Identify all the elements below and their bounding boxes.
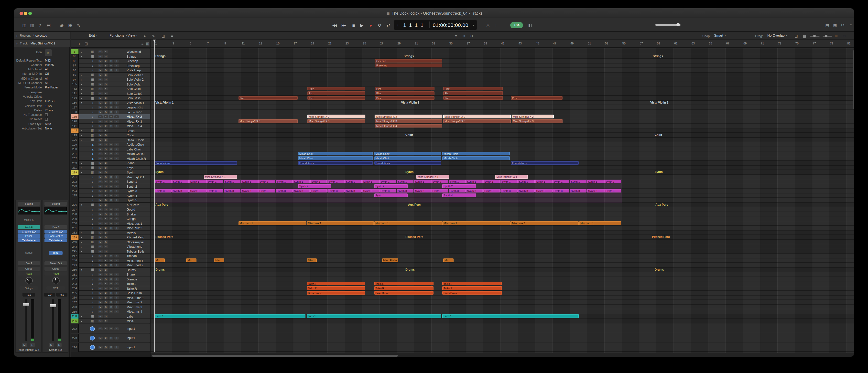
inspector-param-row[interactable]: Freeze Mode:Pre Fader [14, 86, 70, 90]
region[interactable]: Misc Strings/FX 3 [375, 120, 442, 123]
track-row[interactable]: 256♪MSRIMisc...ums 1 [71, 295, 150, 300]
window-layout-icon[interactable]: ▦ [832, 22, 838, 28]
region[interactable]: Misc Strings/FX 3 [512, 120, 562, 123]
lcd-ticks[interactable]: 1 [421, 22, 424, 28]
track-solo-button[interactable]: S [103, 278, 108, 281]
track-solo-button[interactable]: S [103, 55, 108, 58]
track-solo-button[interactable]: S [103, 245, 108, 248]
track-lane[interactable]: Taiko.RTaiko.RTaiko.R [151, 286, 854, 291]
track-solo-button[interactable]: S [103, 336, 108, 340]
pencil-tool-icon[interactable]: ✎ [75, 22, 82, 28]
track-solo-button[interactable]: S [103, 64, 108, 67]
track-mute-button[interactable]: M [98, 315, 103, 318]
inspector-param-row[interactable]: Velocity Offset: [14, 95, 70, 99]
param-value[interactable]: Auto [45, 122, 69, 125]
region[interactable]: Misc Strings/FX 1 [204, 175, 237, 179]
track-record-button[interactable]: R [109, 208, 114, 211]
track-lane[interactable] [151, 105, 854, 110]
track-record-button[interactable]: R [109, 296, 114, 299]
track-mute-button[interactable]: M [98, 157, 103, 160]
track-row[interactable]: 255♪MSRIBass Drum [71, 291, 150, 295]
track-row[interactable]: 247♪MSRITimpani [71, 253, 150, 258]
channel-setting-button[interactable]: Setting [44, 202, 67, 206]
track-solo-button[interactable]: S [103, 87, 108, 90]
track-mute-button[interactable]: M [98, 161, 103, 165]
vca-slot[interactable]: VCA [46, 286, 65, 290]
track-input-monitor-button[interactable]: I [114, 226, 119, 229]
marker-dropdown-icon[interactable]: ▾ [453, 33, 459, 39]
track-record-button[interactable]: R [109, 143, 114, 146]
track-record-button[interactable]: R [109, 185, 114, 188]
track-mute-button[interactable]: M [98, 250, 103, 253]
track-solo-button[interactable]: S [103, 203, 108, 207]
track-row[interactable]: 243▸▦MSVibraphone [71, 244, 150, 249]
automation-mode-slot[interactable]: Read [44, 272, 67, 276]
disclosure-triangle-icon[interactable]: ▸ [80, 314, 84, 318]
inspector-track-header[interactable]: ▸ Track: Misc Strings/FX 2 [14, 39, 70, 48]
track-solo-button[interactable]: S [103, 96, 108, 100]
track-row[interactable]: 266▸▦MSMisc. [71, 318, 150, 323]
track-lane[interactable]: Vista Violin 1Vista Violin 1Vista Violin… [151, 100, 854, 105]
param-value[interactable]: Off [45, 72, 69, 75]
track-record-button[interactable]: R [109, 124, 114, 127]
inspector-param-row[interactable]: Transpose: [14, 90, 70, 95]
param-value[interactable]: 75 ms [45, 109, 69, 112]
track-record-button[interactable]: R [109, 273, 114, 276]
track-row[interactable]: 245▸▦MSTubular Bells [71, 249, 150, 253]
track-mute-button[interactable]: M [98, 213, 103, 216]
track-row[interactable]: 200▲MSRILabs Choir [71, 147, 150, 151]
track-lane[interactable] [151, 128, 854, 133]
track-input-monitor-button[interactable]: I [114, 64, 119, 67]
track-solo-button[interactable]: S [103, 263, 108, 267]
strip-solo-button[interactable]: S [30, 343, 35, 347]
audio-fx-slot[interactable]: THMaster + [18, 239, 40, 242]
track-lane[interactable] [151, 309, 854, 314]
track-mute-button[interactable]: M [98, 291, 103, 294]
track-lane[interactable] [151, 72, 854, 77]
pencil-tool-icon[interactable]: ✎ [151, 33, 156, 39]
track-lane[interactable] [151, 305, 854, 309]
horizontal-zoom-knob[interactable] [813, 34, 816, 37]
track-row[interactable]: 141♪MSRIMisc...FX 4 [71, 124, 150, 128]
track-mute-button[interactable]: M [98, 222, 103, 225]
track-input-monitor-button[interactable]: I [114, 278, 119, 281]
audio-fx-slot[interactable]: CodeRedFre [44, 234, 67, 238]
track-record-button[interactable]: R [109, 254, 114, 257]
disclosure-triangle-icon[interactable]: ▸ [80, 318, 84, 323]
playhead[interactable] [154, 39, 155, 352]
track-row[interactable]: 129▸▦MSSolo Bass [71, 96, 150, 100]
track-mute-button[interactable]: M [98, 115, 103, 118]
track-mute-button[interactable]: M [98, 268, 103, 271]
track-lane[interactable]: Misc. aux 1Misc. aux 1Misc. aux 1Misc. a… [151, 221, 854, 226]
track-lane[interactable]: SynthSynthSynth [151, 170, 854, 175]
track-lane[interactable]: PizzPizzPizz [151, 87, 854, 91]
track-row[interactable]: 225♪MSRISynth 4 [71, 193, 150, 198]
track-row[interactable]: 203▸▦MSPiano [71, 161, 150, 165]
disclosure-triangle-icon[interactable]: ▸ [17, 42, 18, 45]
strip-solo-button[interactable]: S [57, 343, 62, 347]
region[interactable]: Bass Drum [307, 291, 365, 295]
track-lane[interactable]: Aux PercAux PercAux Perc [151, 203, 854, 207]
track-input-monitor-button[interactable]: I [114, 282, 119, 285]
region[interactable]: Micah Choir [374, 152, 441, 156]
inspector-param-row[interactable]: Key Limit:C-2 G8 [14, 99, 70, 103]
track-solo-button[interactable]: S [103, 83, 108, 86]
track-mute-button[interactable]: M [98, 278, 103, 281]
track-row[interactable]: 224♪MSRISynth 3 [71, 189, 150, 193]
horizontal-scrollbar[interactable] [151, 353, 854, 357]
region[interactable]: Micah Choir [442, 152, 510, 156]
track-row[interactable]: 196▸▦MSOcea...Choir [71, 137, 150, 142]
track-mute-button[interactable]: M [98, 152, 103, 155]
track-input-monitor-button[interactable]: I [114, 305, 119, 309]
lcd-display[interactable]: ♩ 1 1 1 1 01:00:00:00.00 ▾ [394, 20, 477, 30]
region[interactable]: Misc Strings/FX 2 [375, 115, 442, 119]
track-record-button[interactable]: R [109, 194, 114, 197]
track-row[interactable]: 227♪MSRIGourd [71, 207, 150, 212]
disclosure-triangle-icon[interactable]: ▸ [80, 161, 84, 165]
track-mute-button[interactable]: M [98, 134, 103, 137]
track-solo-button[interactable]: S [103, 73, 108, 76]
track-row[interactable]: 195▾▦MSChoir [71, 133, 150, 137]
disclosure-triangle-icon[interactable]: ▸ [80, 128, 84, 133]
track-row[interactable]: 199▲MSRIAudie...Choir [71, 142, 150, 147]
track-row[interactable]: 97▸▦MSSolo Violin 2 [71, 77, 150, 82]
